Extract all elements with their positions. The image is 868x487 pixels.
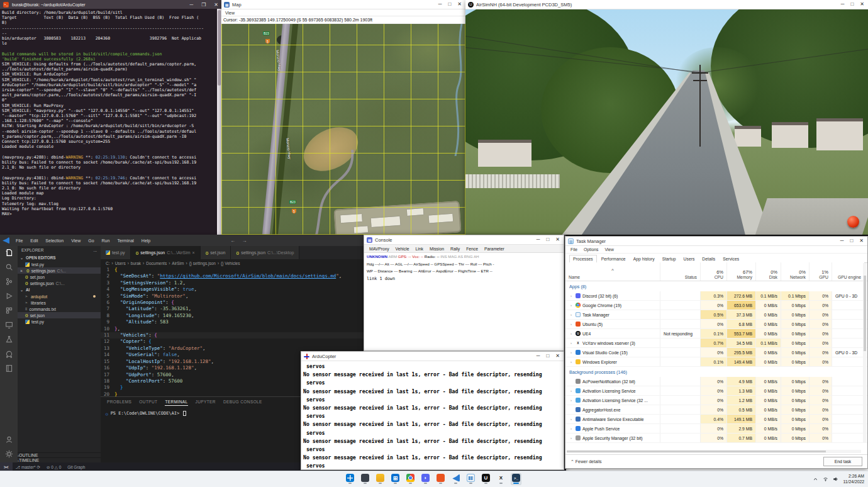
airsim-minimize-button[interactable]: ─ (841, 2, 845, 7)
tree-item-libraries[interactable]: >libraries (18, 299, 101, 306)
tm-process-row[interactable]: ›Discord (32 bit) (6)0.3%272.6 MB0.1 MB/… (565, 291, 867, 301)
search-icon[interactable] (5, 263, 13, 272)
taskbar-icon-task-manager[interactable] (465, 473, 476, 485)
tab-test-py[interactable]: test.py (101, 246, 131, 259)
airsim-viewport[interactable] (465, 9, 868, 235)
tm-process-row[interactable]: ›UUE4Not responding0.1%553.7 MB0 MB/s0 M… (565, 329, 867, 339)
tree-item-commands-txt[interactable]: ≡commands.txt (18, 306, 101, 312)
terminal-close-button[interactable]: ✕ (214, 2, 218, 8)
tm-menu-options[interactable]: Options (584, 247, 598, 252)
arducopter-close-button[interactable]: ✕ (555, 354, 560, 359)
menu-selection[interactable]: Selection (42, 237, 67, 244)
map-menu-view[interactable]: View (225, 11, 235, 15)
tm-process-row[interactable]: AggregatorHost.exe0%0.5 MB0 MB/s0 Mbps0% (565, 405, 867, 415)
breadcrumb-item[interactable]: Users (115, 261, 126, 266)
tm-process-row[interactable]: ›XVcXsrv windows xserver (3)0.7%34.5 MB0… (565, 339, 867, 348)
expand-arrow-icon[interactable]: › (569, 332, 574, 335)
open-editor-item[interactable]: ×{}settings.jsonC:\... (18, 267, 101, 274)
taskbar-icon-file-explorer[interactable] (375, 473, 386, 485)
tab-settings-json[interactable]: {}settings.jsonC:\...\AirSim× (131, 246, 201, 259)
console-menu-vehicle[interactable]: Vehicle (396, 247, 409, 251)
taskbar-icon-ue4[interactable]: U (481, 473, 491, 485)
menu-file[interactable]: File (13, 237, 26, 244)
hidden-icons-chevron-icon[interactable] (813, 476, 818, 482)
airsim-close-button[interactable]: ✕ (860, 2, 864, 7)
close-editor-icon[interactable]: × (20, 269, 25, 273)
tm-column-header-net[interactable]: 0%Network (781, 262, 809, 281)
tm-menu-file[interactable]: File (570, 247, 577, 252)
settings-gear-icon[interactable] (5, 450, 13, 459)
breadcrumb-item[interactable]: {} Vehicles (221, 261, 240, 266)
taskbar-icon-ubuntu[interactable] (435, 473, 446, 485)
menu-run[interactable]: Run (99, 237, 113, 244)
taskbar-icon-chrome[interactable] (405, 473, 416, 485)
menu-help[interactable]: Help (138, 237, 153, 244)
open-editor-item[interactable]: {}settings.jsonC:\... (18, 280, 101, 286)
tm-process-row[interactable]: ›Apple Security Manager (32 bit)0%0.7 MB… (565, 434, 867, 443)
arducopter-maximize-button[interactable]: □ (546, 354, 549, 359)
expand-arrow-icon[interactable]: › (569, 341, 574, 345)
git-graph-button[interactable]: Git Graph (64, 465, 88, 469)
tm-process-row[interactable]: ›Ubuntu (5)0%6.8 MB0 MB/s0 Mbps0% (565, 320, 867, 329)
notebook-icon[interactable] (5, 364, 13, 373)
tm-column-header-dsk[interactable]: 0%Disk (755, 262, 781, 281)
tm-process-row[interactable]: ›Windows Explorer0.1%149.4 MB0 MB/s0 Mbp… (565, 357, 867, 367)
console-titlebar[interactable]: ▦ Console ─ □ ✕ (364, 235, 564, 245)
tm-column-header-cpu[interactable]: 6%CPU (700, 262, 726, 281)
tm-close-button[interactable]: ✕ (859, 238, 864, 244)
terminal-titlebar[interactable]: >_ burak@burak: ~/ardupilot/ArduCopter ─… (0, 0, 221, 9)
open-editor-item[interactable]: test.py (18, 261, 101, 267)
taskbar-icon-terminal[interactable]: >_ (511, 473, 521, 485)
tm-tab-startup[interactable]: Startup (659, 255, 679, 262)
tree-item-test-py[interactable]: test.py (18, 318, 101, 325)
airsim-maximize-button[interactable]: □ (850, 2, 854, 7)
tm-column-header-mem[interactable]: 67%Memory (726, 262, 755, 281)
testing-icon[interactable] (5, 335, 13, 344)
tm-process-row[interactable]: ›Activation Licensing Service (32 ...0%1… (565, 396, 867, 405)
expand-arrow-icon[interactable]: › (569, 389, 574, 393)
tree-item-ardupilot[interactable]: >ardupilot (18, 293, 101, 299)
tm-group-header[interactable]: Apps (8) (565, 281, 867, 291)
tm-column-header-name[interactable]: ^Name (565, 262, 660, 281)
problems-summary[interactable]: ⊘ 0 △ 0 (43, 465, 64, 470)
tm-process-row[interactable]: AcPowerNotification (32 bit)0%4.9 MB0 MB… (565, 377, 867, 386)
taskbar-icon-discord[interactable]: ◗ (420, 473, 431, 485)
breadcrumb-item[interactable]: Documents (146, 261, 167, 266)
end-task-button[interactable]: End task (823, 457, 862, 466)
menu-view[interactable]: View (68, 237, 84, 244)
expand-arrow-icon[interactable]: › (569, 427, 574, 430)
panel-tab-terminal[interactable]: TERMINAL (165, 400, 187, 406)
console-menu-link[interactable]: Link (416, 247, 423, 251)
taskbar-icon-search[interactable] (360, 473, 370, 485)
jupyter-icon[interactable] (5, 350, 13, 359)
panel-tab-output[interactable]: OUTPUT (139, 400, 157, 406)
terminal-scrollbar[interactable] (217, 9, 221, 235)
tm-group-header[interactable]: Background processes (146) (565, 367, 867, 377)
map-canvas[interactable]: Monaro Hwy Monaro Hwy B23 5 B23 5 (221, 24, 465, 235)
tm-horizontal-scrollbar[interactable] (567, 450, 861, 453)
expand-arrow-icon[interactable]: › (569, 313, 574, 316)
expand-arrow-icon[interactable]: › (569, 360, 574, 364)
fewer-details-toggle[interactable]: ⌃ Fewer details (570, 459, 601, 464)
breadcrumb-item[interactable]: burak (131, 261, 141, 266)
workspace-root[interactable]: AI (26, 288, 30, 292)
taskbar-clock[interactable]: 2:26 AM 11/24/2022 (843, 474, 864, 484)
map-minimize-button[interactable]: ─ (438, 2, 442, 7)
expand-arrow-icon[interactable]: › (569, 294, 574, 298)
console-close-button[interactable]: ✕ (555, 237, 560, 242)
account-icon[interactable] (5, 435, 13, 444)
panel-tab-jupyter[interactable]: JUPYTER (196, 400, 216, 406)
menu-terminal[interactable]: Terminal (114, 237, 136, 244)
tm-tab-users[interactable]: Users (681, 255, 698, 262)
tm-process-row[interactable]: ›Visual Studio Code (15)0%295.5 MB0 MB/s… (565, 348, 867, 357)
source-control-icon[interactable]: 1 (5, 277, 13, 286)
tm-process-row[interactable]: ›Task Manager0.5%37.3 MB0 MB/s0 Mbps0% (565, 310, 867, 320)
expand-arrow-icon[interactable]: › (569, 322, 574, 326)
taskbar-icon-vscode[interactable] (450, 473, 461, 485)
menu-edit[interactable]: Edit (27, 237, 41, 244)
expand-arrow-icon[interactable]: › (569, 417, 574, 421)
console-menu-fence[interactable]: Fence (466, 247, 478, 251)
arducopter-minimize-button[interactable]: ─ (537, 354, 540, 359)
speaker-icon[interactable] (833, 476, 838, 482)
expand-arrow-icon[interactable]: › (569, 398, 574, 402)
